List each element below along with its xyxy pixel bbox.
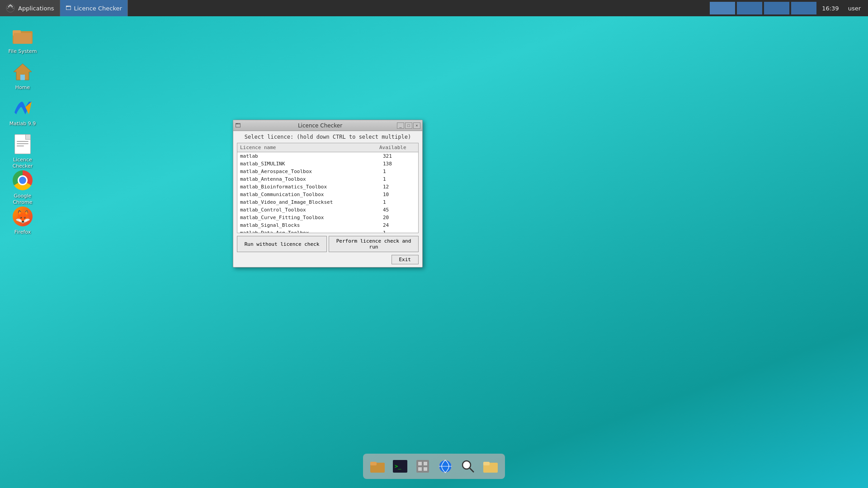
licence-row[interactable]: matlab_SIMULINK138 xyxy=(237,160,418,168)
svg-rect-7 xyxy=(370,462,377,465)
licence-list-header: Licence name Available xyxy=(237,143,418,152)
bottom-folder2-btn[interactable] xyxy=(480,455,501,477)
filesystem-label: File System xyxy=(7,47,39,56)
licence-row[interactable]: matlab_Antenna_Toolbox1 xyxy=(237,175,418,183)
licence-checker-icon-image xyxy=(12,133,33,155)
window-controls: _ □ × xyxy=(397,122,420,129)
dialog-titlebar: 🗔 Licence Checker _ □ × xyxy=(233,120,422,131)
bottom-terminal-btn[interactable]: >_ xyxy=(389,455,411,477)
col-name-header: Licence name xyxy=(240,145,379,150)
taskbar-btn-4[interactable] xyxy=(791,2,816,14)
licence-row[interactable]: matlab_Aerospace_Toolbox1 xyxy=(237,168,418,175)
app-menu-icon xyxy=(5,3,15,13)
licence-checker-dialog: 🗔 Licence Checker _ □ × Select licence: … xyxy=(233,120,423,267)
svg-rect-13 xyxy=(418,467,422,471)
svg-rect-12 xyxy=(424,462,427,465)
licence-row[interactable]: matlab_Bioinformatics_Toolbox12 xyxy=(237,183,418,191)
bottom-folder-btn[interactable] xyxy=(367,455,388,477)
svg-rect-5 xyxy=(20,75,25,80)
licence-row[interactable]: matlab321 xyxy=(237,152,418,160)
window-tab-licence-checker[interactable]: 🗔 Licence Checker xyxy=(60,0,127,16)
licence-row[interactable]: matlab_Signal_Blocks24 xyxy=(237,221,418,229)
svg-rect-3 xyxy=(14,33,32,44)
svg-text:>_: >_ xyxy=(395,463,401,469)
col-avail-header: Available xyxy=(379,145,415,150)
chrome-icon-image xyxy=(12,169,33,191)
exit-button[interactable]: Exit xyxy=(392,255,419,264)
taskbar-user: user xyxy=(844,5,864,12)
dialog-subtitle: Select licence: (hold down CTRL to selec… xyxy=(233,131,422,143)
bottom-browser-btn[interactable] xyxy=(434,455,456,477)
desktop-icon-licence-checker[interactable]: LicenceChecker xyxy=(5,133,41,171)
matlab-label: Matlab 9.9 xyxy=(8,120,38,128)
home-label: Home xyxy=(14,84,32,92)
applications-label: Applications xyxy=(18,5,54,12)
desktop-icon-home[interactable]: Home xyxy=(5,61,41,92)
home-icon-image xyxy=(12,61,33,83)
svg-rect-14 xyxy=(424,467,427,471)
dialog-title: Licence Checker xyxy=(243,122,397,129)
minimize-button[interactable]: _ xyxy=(397,122,404,129)
dialog-action-buttons: Run without licence check Perform licenc… xyxy=(233,233,422,255)
desktop-icon-firefox[interactable]: Firefox xyxy=(5,206,41,236)
desktop-icon-chrome[interactable]: GoogleChrome xyxy=(5,169,41,207)
taskbar-btn-1[interactable] xyxy=(710,2,735,14)
perform-check-button[interactable]: Perform licence check and run xyxy=(329,236,419,252)
licence-row[interactable]: matlab_Control_Toolbox45 xyxy=(237,206,418,214)
window-tab-label: Licence Checker xyxy=(74,5,122,12)
chrome-label: GoogleChrome xyxy=(11,192,34,207)
window-tab-icon: 🗔 xyxy=(66,5,71,11)
licence-row[interactable]: matlab_Video_and_Image_Blockset1 xyxy=(237,198,418,206)
taskbar-time: 16:39 xyxy=(818,5,842,12)
licence-list[interactable]: Licence name Available matlab321matlab_S… xyxy=(237,143,419,233)
run-without-check-button[interactable]: Run without licence check xyxy=(237,236,327,252)
bottom-files-btn[interactable] xyxy=(412,455,434,477)
taskbar-bottom: >_ xyxy=(363,454,505,479)
licence-checker-label: LicenceChecker xyxy=(11,156,35,171)
firefox-label: Firefox xyxy=(13,228,33,236)
dialog-exit-row: Exit xyxy=(233,255,422,267)
matlab-icon-image xyxy=(12,97,33,119)
taskbar-btn-3[interactable] xyxy=(764,2,789,14)
licence-row[interactable]: matlab_Curve_Fitting_Toolbox20 xyxy=(237,214,418,221)
licence-row[interactable]: matlab_Communication_Toolbox10 xyxy=(237,191,418,198)
firefox-icon-image xyxy=(12,206,33,227)
svg-rect-19 xyxy=(483,462,490,465)
taskbar-right: 16:39 user xyxy=(710,2,868,14)
close-button[interactable]: × xyxy=(413,122,420,129)
svg-line-17 xyxy=(469,468,474,472)
maximize-button[interactable]: □ xyxy=(405,122,412,129)
licence-row[interactable]: matlab_Data_Acq_Toolbox1 xyxy=(237,229,418,233)
desktop-icon-filesystem[interactable]: File System xyxy=(5,25,41,56)
taskbar-btn-2[interactable] xyxy=(737,2,762,14)
dialog-title-icon: 🗔 xyxy=(235,122,241,129)
svg-rect-11 xyxy=(418,462,422,465)
desktop-icon-matlab[interactable]: Matlab 9.9 xyxy=(5,97,41,128)
filesystem-icon-image xyxy=(12,25,33,47)
bottom-search-btn[interactable] xyxy=(457,455,479,477)
applications-menu[interactable]: Applications xyxy=(0,0,60,16)
taskbar-top: Applications 🗔 Licence Checker 16:39 use… xyxy=(0,0,868,16)
